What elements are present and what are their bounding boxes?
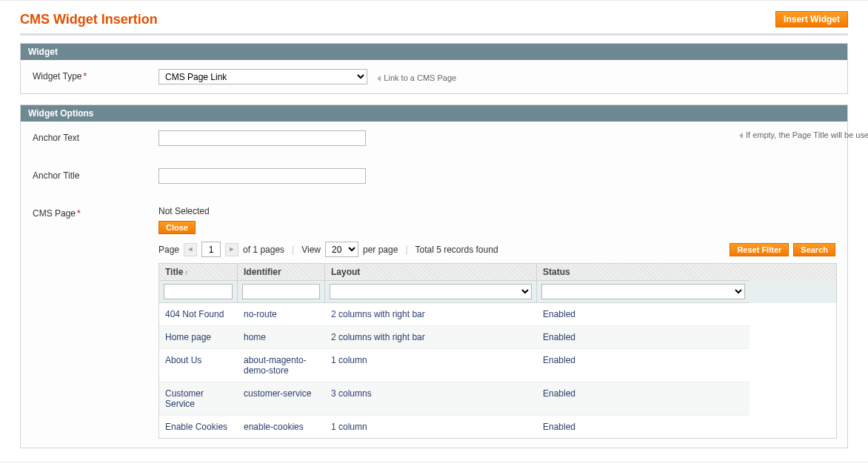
pager-page-label: Page bbox=[158, 245, 179, 255]
cms-page-status: Not Selected bbox=[158, 206, 835, 216]
filter-status-select[interactable] bbox=[541, 284, 745, 299]
toolbar-separator: | bbox=[292, 245, 294, 255]
cell-title: Enable Cookies bbox=[159, 416, 238, 438]
insert-widget-button[interactable]: Insert Widget bbox=[775, 11, 848, 27]
grid-toolbar: Page ◄ ► of 1 pages | View 20 per p bbox=[158, 242, 835, 257]
close-button[interactable]: Close bbox=[158, 221, 196, 234]
pager-total-text: of 1 pages bbox=[243, 245, 284, 255]
reset-filter-button[interactable]: Reset Filter bbox=[730, 243, 789, 256]
anchor-title-label: Anchor Title bbox=[33, 170, 79, 181]
pager-next-button[interactable]: ► bbox=[225, 243, 238, 256]
cms-page-label: CMS Page bbox=[33, 208, 76, 219]
sort-asc-icon: ↑ bbox=[184, 269, 188, 276]
pager-page-input[interactable] bbox=[201, 242, 221, 257]
perpage-suffix: per page bbox=[363, 245, 398, 255]
widget-type-label: Widget Type bbox=[33, 71, 81, 82]
cell-title: Home page bbox=[159, 326, 238, 349]
search-button[interactable]: Search bbox=[793, 243, 835, 256]
pager-prev-button[interactable]: ◄ bbox=[184, 243, 197, 256]
col-header-layout[interactable]: Layout bbox=[325, 264, 537, 281]
anchor-text-label: Anchor Text bbox=[33, 133, 79, 143]
cell-status: Enabled bbox=[537, 326, 750, 349]
col-header-identifier[interactable]: Identifier bbox=[238, 264, 325, 281]
cell-layout: 1 column bbox=[325, 416, 537, 438]
chevron-left-icon bbox=[739, 133, 743, 139]
cell-layout: 2 columns with right bar bbox=[325, 326, 537, 349]
page-title: CMS Widget Insertion bbox=[20, 12, 158, 27]
anchor-text-hint: If empty, the Page Title will be used bbox=[746, 130, 868, 139]
filter-layout-select[interactable] bbox=[330, 284, 532, 299]
cell-title: Customer Service bbox=[159, 382, 238, 416]
anchor-text-input[interactable] bbox=[158, 130, 366, 146]
cell-title: About Us bbox=[159, 349, 238, 382]
cell-layout: 1 column bbox=[325, 349, 537, 382]
cell-identifier: enable-cookies bbox=[238, 416, 325, 438]
required-mark: * bbox=[77, 208, 81, 219]
cell-layout: 2 columns with right bar bbox=[325, 303, 537, 326]
col-header-status[interactable]: Status bbox=[537, 264, 750, 281]
records-text: Total 5 records found bbox=[415, 245, 498, 255]
perpage-select[interactable]: 20 bbox=[325, 242, 358, 257]
widget-panel-head: Widget bbox=[21, 44, 847, 60]
cell-identifier: home bbox=[238, 326, 325, 349]
widget-options-panel: Widget Options Anchor Text If empty, the… bbox=[20, 104, 848, 448]
widget-type-select[interactable]: CMS Page Link bbox=[158, 69, 367, 84]
cell-identifier: no-route bbox=[238, 303, 325, 326]
widget-type-hint: Link to a CMS Page bbox=[384, 73, 456, 82]
view-label: View bbox=[301, 245, 321, 255]
toolbar-separator: | bbox=[405, 245, 407, 255]
cell-layout: 3 columns bbox=[325, 382, 537, 416]
cell-status: Enabled bbox=[537, 416, 750, 438]
header-divider bbox=[20, 33, 848, 36]
cell-status: Enabled bbox=[537, 382, 750, 416]
widget-options-panel-head: Widget Options bbox=[21, 105, 847, 122]
cell-identifier: customer-service bbox=[238, 382, 325, 416]
col-header-title[interactable]: Title↑ bbox=[159, 264, 238, 281]
cell-identifier: about-magento-demo-store bbox=[238, 349, 325, 382]
cms-page-grid: Title↑ Identifier Layout Status bbox=[158, 263, 837, 439]
required-mark: * bbox=[83, 71, 87, 82]
filter-identifier-input[interactable] bbox=[242, 284, 320, 299]
chevron-left-icon bbox=[377, 76, 381, 82]
cell-title: 404 Not Found bbox=[159, 303, 238, 326]
filter-title-input[interactable] bbox=[164, 284, 233, 299]
cell-status: Enabled bbox=[537, 303, 750, 326]
widget-panel: Widget Widget Type* CMS Page Link Link t… bbox=[20, 43, 848, 94]
anchor-title-input[interactable] bbox=[158, 168, 366, 184]
cell-status: Enabled bbox=[537, 349, 750, 382]
